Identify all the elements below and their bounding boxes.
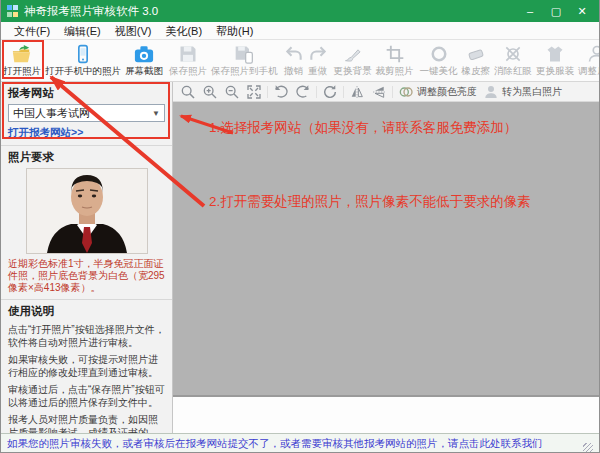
zoom-button[interactable] <box>177 84 199 100</box>
adjust-color-brightness-button[interactable]: 调整颜色亮度 <box>395 84 480 100</box>
save-photo-to-phone-button[interactable]: 保存照片到手机 <box>209 40 280 81</box>
fit-screen-button[interactable] <box>243 84 265 100</box>
save-photo-button[interactable]: 保存照片 <box>167 40 209 81</box>
site-dropdown-value: 中国人事考试网 <box>13 106 90 121</box>
zoom-out-icon <box>224 84 240 100</box>
crop-photo-icon <box>385 44 405 64</box>
eraser-button-label: 橡皮擦 <box>462 65 491 78</box>
usage-paragraph: 报考人员对照片质量负责，如因照片质量影响考试、成绩及证书的，由报考人员负责。 <box>8 413 165 433</box>
open-phone-photo-button[interactable]: 打开手机中的照片 <box>43 40 123 81</box>
right-pane: 调整颜色亮度转为黑白照片 1.选择报考网站（如果没有，请联系客服免费添加） 2.… <box>173 82 599 433</box>
annotation-step-2: 2.打开需要处理的照片，照片像素不能低于要求的像素 <box>209 193 531 211</box>
usage-section: 使用说明 点击“打开照片”按钮选择照片文件，软件将自动对照片进行审核。如果审核失… <box>1 299 172 433</box>
usage-paragraph: 审核通过后，点击“保存照片”按钮可以将通过后的照片保存到文件中。 <box>8 383 165 409</box>
adjust-shoulder-button[interactable]: 调整肩高 <box>576 40 599 81</box>
beautify-icon <box>429 44 449 64</box>
screenshot-button-label: 屏幕截图 <box>125 65 163 78</box>
window-controls: – ▢ ✕ <box>517 0 595 22</box>
rotate-icon <box>322 84 338 100</box>
flip-vertical-button[interactable] <box>368 84 390 100</box>
undo-button[interactable]: 撤销 <box>282 40 306 81</box>
rotate-left-button[interactable] <box>270 84 292 100</box>
maximize-button[interactable]: ▢ <box>543 0 569 22</box>
fit-screen-icon <box>246 84 262 100</box>
adjust-color-brightness-button-label: 调整颜色亮度 <box>417 85 477 99</box>
magnifier-icon <box>180 84 196 100</box>
menu-item-1[interactable]: 编辑(E) <box>57 22 108 40</box>
status-message[interactable]: 如果您的照片审核失败，或者审核后在报考网站提交不了，或者需要审核其他报考网站的照… <box>7 437 543 451</box>
rotate-right-icon <box>295 84 311 100</box>
one-click-beautify-button[interactable]: 一键美化 <box>418 40 460 81</box>
app-logo-icon <box>7 5 19 17</box>
open-photo-button[interactable]: 打开照片 <box>1 40 43 81</box>
change-background-button-label: 更换背景 <box>334 65 372 78</box>
undo-button-label: 撤销 <box>284 65 303 78</box>
zoom-in-icon <box>202 84 218 100</box>
color-brightness-icon <box>398 84 414 100</box>
titlebar: 神奇报考照片审核软件 3.0 – ▢ ✕ <box>1 0 599 22</box>
window-title: 神奇报考照片审核软件 3.0 <box>24 4 158 19</box>
photo-canvas: 1.选择报考网站（如果没有，请联系客服免费添加） 2.打开需要处理的照片，照片像… <box>173 102 599 397</box>
app-window: 神奇报考照片审核软件 3.0 – ▢ ✕ 文件(F)编辑(E)视图(V)美化(B… <box>0 0 600 453</box>
eraser-button[interactable]: 橡皮擦 <box>460 40 493 81</box>
eraser-icon <box>466 44 486 64</box>
crop-photo-button-label: 裁剪照片 <box>376 65 414 78</box>
open-photo-icon <box>11 44 33 64</box>
site-dropdown[interactable]: 中国人事考试网 ▼ <box>8 104 165 122</box>
redo-button[interactable]: 重做 <box>306 40 330 81</box>
change-background-icon <box>343 44 363 64</box>
flip-vertical-icon <box>371 84 387 100</box>
to-grayscale-button[interactable]: 转为黑白照片 <box>480 84 565 100</box>
zoom-in-button[interactable] <box>199 84 221 100</box>
photo-requirement-text: 近期彩色标准1寸，半身免冠正面证件照，照片底色背景为白色（宽295像素×高413… <box>8 258 165 294</box>
menu-item-4[interactable]: 帮助(H) <box>209 22 260 40</box>
change-clothes-button-label: 更换服装 <box>536 65 574 78</box>
minimize-button[interactable]: – <box>517 0 543 22</box>
statusbar: 如果您的照片审核失败，或者审核后在报考网站提交不了，或者需要审核其他报考网站的照… <box>1 433 599 453</box>
usage-paragraphs: 点击“打开照片”按钮选择照片文件，软件将自动对照片进行审核。如果审核失败，可按提… <box>8 323 165 433</box>
save-photo-button-label: 保存照片 <box>169 65 207 78</box>
flip-horizontal-button[interactable] <box>346 84 368 100</box>
usage-paragraph: 点击“打开照片”按钮选择照片文件，软件将自动对照片进行审核。 <box>8 323 165 349</box>
change-background-button[interactable]: 更换背景 <box>332 40 374 81</box>
remove-red-eye-button[interactable]: 消除红眼 <box>492 40 534 81</box>
main-area: 报考网站 中国人事考试网 ▼ 打开报考网站>> 照片要求 <box>1 82 599 433</box>
toolbar-separator <box>267 86 268 98</box>
remove-red-eye-button-label: 消除红眼 <box>494 65 532 78</box>
rotate-free-button[interactable] <box>319 84 341 100</box>
toolbar-separator <box>392 86 393 98</box>
resize-grip[interactable] <box>583 443 593 453</box>
rotate-right-button[interactable] <box>292 84 314 100</box>
menu-item-0[interactable]: 文件(F) <box>7 22 57 40</box>
toolbar-separator <box>343 86 344 98</box>
usage-paragraph: 如果审核失败，可按提示对照片进行相应的修改处理直到通过审核。 <box>8 353 165 379</box>
shoulder-height-icon <box>587 44 599 64</box>
crop-photo-button[interactable]: 裁剪照片 <box>374 40 416 81</box>
close-button[interactable]: ✕ <box>569 0 595 22</box>
save-photo-icon <box>178 44 198 64</box>
flip-horizontal-icon <box>349 84 365 100</box>
phone-photo-icon <box>73 44 93 64</box>
open-phone-photo-button-label: 打开手机中的照片 <box>45 65 121 78</box>
chevron-down-icon: ▼ <box>152 109 160 118</box>
undo-icon <box>284 44 304 64</box>
change-clothes-button[interactable]: 更换服装 <box>534 40 576 81</box>
main-toolbar: 打开照片打开手机中的照片屏幕截图保存照片保存照片到手机撤销重做更换背景裁剪照片一… <box>1 40 599 82</box>
menubar: 文件(F)编辑(E)视图(V)美化(B)帮助(H) <box>1 22 599 40</box>
redo-icon <box>308 44 328 64</box>
menu-item-2[interactable]: 视图(V) <box>108 22 159 40</box>
canvas-bottom-area <box>173 397 599 433</box>
sample-id-photo <box>26 168 148 254</box>
change-clothes-icon <box>545 44 565 64</box>
screenshot-button[interactable]: 屏幕截图 <box>123 40 165 81</box>
menu-item-3[interactable]: 美化(B) <box>158 22 209 40</box>
open-site-link[interactable]: 打开报考网站>> <box>8 126 83 140</box>
red-eye-icon <box>503 44 523 64</box>
one-click-beautify-button-label: 一键美化 <box>420 65 458 78</box>
annotation-step-1: 1.选择报考网站（如果没有，请联系客服免费添加） <box>209 119 517 137</box>
sidebar: 报考网站 中国人事考试网 ▼ 打开报考网站>> 照片要求 <box>1 82 173 433</box>
zoom-out-button[interactable] <box>221 84 243 100</box>
usage-title: 使用说明 <box>8 304 165 319</box>
open-photo-button-label: 打开照片 <box>3 65 41 78</box>
adjust-shoulder-button-label: 调整肩高 <box>578 65 599 78</box>
